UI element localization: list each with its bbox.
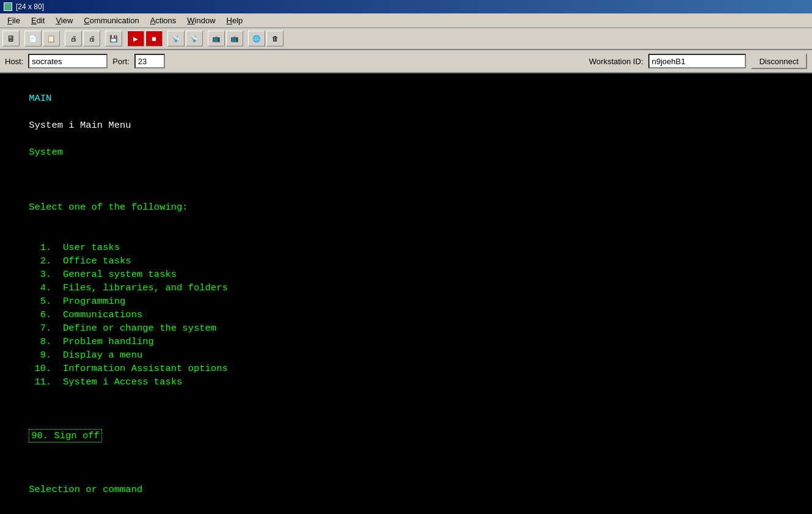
toolbar-btn-4[interactable]: 🖨 [65,31,82,46]
sign-off-box[interactable]: 90. Sign off [29,429,102,442]
toolbar-btn-13[interactable]: 🌐 [248,31,265,46]
wsid-input[interactable] [648,54,746,68]
port-input[interactable] [134,54,165,68]
menu-communication[interactable]: Communication [79,15,144,26]
app-icon [4,2,12,11]
toolbar-btn-3[interactable]: 📋 [43,31,60,46]
port-label: Port: [112,57,129,66]
host-input[interactable] [28,54,108,68]
menu-item-4: 4. Files, libraries, and folders [6,282,228,293]
connection-bar: Host: Port: Workstation ID: Disconnect [0,50,812,73]
menu-item-10: 10. Information Assistant options [6,363,228,374]
toolbar-btn-11[interactable]: 📺 [208,31,225,46]
toolbar-btn-10[interactable]: 📡 [186,31,203,46]
menu-help[interactable]: Help [222,15,248,26]
menu-item-9: 9. Display a menu [6,350,142,361]
menu-edit[interactable]: Edit [26,15,49,26]
title-text: [24 x 80] [16,2,44,11]
menubar: File Edit View Communication Actions Win… [0,13,812,28]
menu-file[interactable]: File [2,15,25,26]
toolbar-btn-1[interactable]: 🖥 [2,31,20,46]
toolbar-btn-9[interactable]: 📡 [167,31,185,46]
terminal-screen: MAIN System i Main Menu System Select on… [0,73,812,514]
host-label: Host: [5,57,23,66]
menu-item-5: 5. Programming [6,296,125,307]
menu-view[interactable]: View [51,15,78,26]
menu-window[interactable]: Window [182,15,220,26]
toolbar-btn-7[interactable]: ▶ [127,31,144,46]
selection-label: Selection or command [29,484,142,495]
toolbar: 🖥 📄 📋 🖨 🖨 💾 ▶ ⏹ 📡 📡 📺 📺 🌐 🗑 [0,28,812,50]
toolbar-btn-5[interactable]: 🖨 [83,31,100,46]
menu-item-11: 11. System i Access tasks [6,376,182,387]
menu-item-1: 1. User tasks [6,242,120,253]
terminal-prompt: Select one of the following: [29,202,188,213]
toolbar-btn-2[interactable]: 📄 [24,31,42,46]
menu-item-6: 6. Communications [6,309,142,320]
menu-item-8: 8. Problem handling [6,336,154,347]
terminal-system-label: System [29,147,63,158]
toolbar-btn-12[interactable]: 📺 [226,31,243,46]
menu-actions[interactable]: Actions [145,15,181,26]
menu-item-7: 7. Define or change the system [6,323,216,334]
menu-item-3: 3. General system tasks [6,269,177,280]
menu-item-2: 2. Office tasks [6,255,131,266]
toolbar-btn-6[interactable]: 💾 [105,31,122,46]
terminal-title: System i Main Menu [29,120,131,131]
terminal-main-label: MAIN [29,93,51,104]
wsid-label: Workstation ID: [589,57,643,66]
toolbar-btn-8[interactable]: ⏹ [145,31,163,46]
disconnect-button[interactable]: Disconnect [751,53,807,69]
toolbar-btn-14[interactable]: 🗑 [266,31,283,46]
titlebar: [24 x 80] [0,0,812,13]
